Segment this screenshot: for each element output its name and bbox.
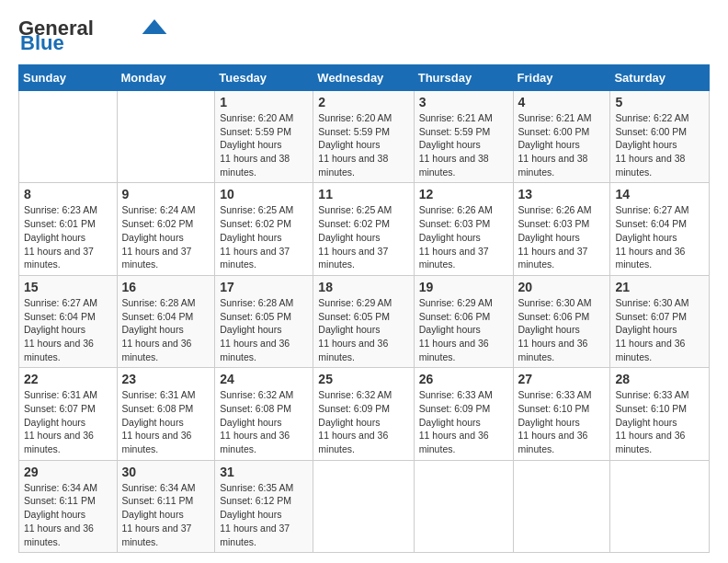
day-cell: 15 Sunrise: 6:27 AMSunset: 6:04 PMDaylig… xyxy=(19,275,118,367)
day-info: Sunrise: 6:30 AMSunset: 6:06 PMDaylight … xyxy=(518,296,606,363)
day-number: 31 xyxy=(220,465,308,479)
day-cell: 20 Sunrise: 6:30 AMSunset: 6:06 PMDaylig… xyxy=(513,275,610,367)
day-info: Sunrise: 6:33 AMSunset: 6:10 PMDaylight … xyxy=(518,388,606,455)
day-info: Sunrise: 6:34 AMSunset: 6:11 PMDaylight … xyxy=(24,481,112,548)
day-info: Sunrise: 6:20 AMSunset: 5:59 PMDaylight … xyxy=(220,111,308,178)
day-info: Sunrise: 6:20 AMSunset: 5:59 PMDaylight … xyxy=(318,111,408,178)
day-cell: 23 Sunrise: 6:31 AMSunset: 6:08 PMDaylig… xyxy=(117,368,215,460)
day-number: 28 xyxy=(615,372,704,386)
col-header-friday: Friday xyxy=(513,65,610,91)
week-row-2: 8 Sunrise: 6:23 AMSunset: 6:01 PMDayligh… xyxy=(19,183,710,275)
day-info: Sunrise: 6:33 AMSunset: 6:10 PMDaylight … xyxy=(615,388,704,455)
day-info: Sunrise: 6:35 AMSunset: 6:12 PMDaylight … xyxy=(220,481,308,548)
day-number: 27 xyxy=(518,372,606,386)
day-number: 8 xyxy=(24,187,112,201)
logo-icon xyxy=(142,19,167,34)
day-cell: 27 Sunrise: 6:33 AMSunset: 6:10 PMDaylig… xyxy=(513,368,610,460)
day-cell: 25 Sunrise: 6:32 AMSunset: 6:09 PMDaylig… xyxy=(313,368,414,460)
day-number: 26 xyxy=(419,372,508,386)
day-cell: 24 Sunrise: 6:32 AMSunset: 6:08 PMDaylig… xyxy=(215,368,313,460)
day-info: Sunrise: 6:32 AMSunset: 6:08 PMDaylight … xyxy=(220,388,308,455)
day-cell: 19 Sunrise: 6:29 AMSunset: 6:06 PMDaylig… xyxy=(414,275,513,367)
day-cell: 1 Sunrise: 6:20 AMSunset: 5:59 PMDayligh… xyxy=(215,91,313,183)
day-cell xyxy=(610,460,710,552)
calendar-table: SundayMondayTuesdayWednesdayThursdayFrid… xyxy=(18,64,710,553)
day-number: 11 xyxy=(318,187,408,201)
day-cell: 16 Sunrise: 6:28 AMSunset: 6:04 PMDaylig… xyxy=(117,275,215,367)
day-number: 15 xyxy=(24,280,112,294)
day-info: Sunrise: 6:33 AMSunset: 6:09 PMDaylight … xyxy=(419,388,508,455)
day-cell: 9 Sunrise: 6:24 AMSunset: 6:02 PMDayligh… xyxy=(117,183,215,275)
day-info: Sunrise: 6:25 AMSunset: 6:02 PMDaylight … xyxy=(220,203,308,270)
svg-marker-0 xyxy=(142,19,167,34)
day-info: Sunrise: 6:31 AMSunset: 6:07 PMDaylight … xyxy=(24,388,112,455)
day-cell xyxy=(414,460,513,552)
col-header-thursday: Thursday xyxy=(414,65,513,91)
day-info: Sunrise: 6:24 AMSunset: 6:02 PMDaylight … xyxy=(122,203,210,270)
day-cell: 12 Sunrise: 6:26 AMSunset: 6:03 PMDaylig… xyxy=(414,183,513,275)
day-cell: 14 Sunrise: 6:27 AMSunset: 6:04 PMDaylig… xyxy=(610,183,710,275)
day-number: 4 xyxy=(518,95,606,109)
day-cell: 3 Sunrise: 6:21 AMSunset: 5:59 PMDayligh… xyxy=(414,91,513,183)
day-info: Sunrise: 6:25 AMSunset: 6:02 PMDaylight … xyxy=(318,203,408,270)
day-cell: 2 Sunrise: 6:20 AMSunset: 5:59 PMDayligh… xyxy=(313,91,414,183)
day-cell: 31 Sunrise: 6:35 AMSunset: 6:12 PMDaylig… xyxy=(215,460,313,552)
day-info: Sunrise: 6:30 AMSunset: 6:07 PMDaylight … xyxy=(615,296,704,363)
day-cell: 17 Sunrise: 6:28 AMSunset: 6:05 PMDaylig… xyxy=(215,275,313,367)
col-header-saturday: Saturday xyxy=(610,65,710,91)
page-header: General Blue xyxy=(18,18,710,55)
day-info: Sunrise: 6:26 AMSunset: 6:03 PMDaylight … xyxy=(419,203,508,270)
day-cell: 22 Sunrise: 6:31 AMSunset: 6:07 PMDaylig… xyxy=(19,368,118,460)
day-number: 20 xyxy=(518,280,606,294)
day-number: 18 xyxy=(318,280,408,294)
col-header-wednesday: Wednesday xyxy=(313,65,414,91)
day-number: 21 xyxy=(615,280,704,294)
day-cell: 28 Sunrise: 6:33 AMSunset: 6:10 PMDaylig… xyxy=(610,368,710,460)
day-number: 29 xyxy=(24,465,112,479)
day-cell: 26 Sunrise: 6:33 AMSunset: 6:09 PMDaylig… xyxy=(414,368,513,460)
day-info: Sunrise: 6:21 AMSunset: 5:59 PMDaylight … xyxy=(419,111,508,178)
day-number: 5 xyxy=(615,95,704,109)
day-cell: 30 Sunrise: 6:34 AMSunset: 6:11 PMDaylig… xyxy=(117,460,215,552)
day-info: Sunrise: 6:27 AMSunset: 6:04 PMDaylight … xyxy=(24,296,112,363)
day-number: 13 xyxy=(518,187,606,201)
day-number: 16 xyxy=(122,280,210,294)
day-info: Sunrise: 6:32 AMSunset: 6:09 PMDaylight … xyxy=(318,388,408,455)
day-number: 30 xyxy=(122,465,210,479)
day-number: 24 xyxy=(220,372,308,386)
day-number: 19 xyxy=(419,280,508,294)
day-cell xyxy=(313,460,414,552)
logo-blue-text: Blue xyxy=(20,31,64,55)
day-number: 9 xyxy=(122,187,210,201)
day-cell: 4 Sunrise: 6:21 AMSunset: 6:00 PMDayligh… xyxy=(513,91,610,183)
day-cell xyxy=(117,91,215,183)
day-number: 22 xyxy=(24,372,112,386)
col-header-sunday: Sunday xyxy=(19,65,118,91)
day-info: Sunrise: 6:34 AMSunset: 6:11 PMDaylight … xyxy=(122,481,210,548)
day-cell: 11 Sunrise: 6:25 AMSunset: 6:02 PMDaylig… xyxy=(313,183,414,275)
day-cell xyxy=(19,91,118,183)
day-cell: 29 Sunrise: 6:34 AMSunset: 6:11 PMDaylig… xyxy=(19,460,118,552)
day-number: 14 xyxy=(615,187,704,201)
day-number: 1 xyxy=(220,95,308,109)
day-cell: 13 Sunrise: 6:26 AMSunset: 6:03 PMDaylig… xyxy=(513,183,610,275)
day-info: Sunrise: 6:27 AMSunset: 6:04 PMDaylight … xyxy=(615,203,704,270)
day-number: 3 xyxy=(419,95,508,109)
day-number: 10 xyxy=(220,187,308,201)
day-number: 17 xyxy=(220,280,308,294)
day-info: Sunrise: 6:23 AMSunset: 6:01 PMDaylight … xyxy=(24,203,112,270)
logo: General Blue xyxy=(18,18,167,55)
day-cell: 21 Sunrise: 6:30 AMSunset: 6:07 PMDaylig… xyxy=(610,275,710,367)
week-row-5: 29 Sunrise: 6:34 AMSunset: 6:11 PMDaylig… xyxy=(19,460,710,552)
day-number: 23 xyxy=(122,372,210,386)
day-cell xyxy=(513,460,610,552)
col-header-monday: Monday xyxy=(117,65,215,91)
col-header-tuesday: Tuesday xyxy=(215,65,313,91)
day-cell: 5 Sunrise: 6:22 AMSunset: 6:00 PMDayligh… xyxy=(610,91,710,183)
day-cell: 8 Sunrise: 6:23 AMSunset: 6:01 PMDayligh… xyxy=(19,183,118,275)
week-row-4: 22 Sunrise: 6:31 AMSunset: 6:07 PMDaylig… xyxy=(19,368,710,460)
day-number: 25 xyxy=(318,372,408,386)
day-info: Sunrise: 6:21 AMSunset: 6:00 PMDaylight … xyxy=(518,111,606,178)
day-info: Sunrise: 6:29 AMSunset: 6:05 PMDaylight … xyxy=(318,296,408,363)
week-row-1: 1 Sunrise: 6:20 AMSunset: 5:59 PMDayligh… xyxy=(19,91,710,183)
